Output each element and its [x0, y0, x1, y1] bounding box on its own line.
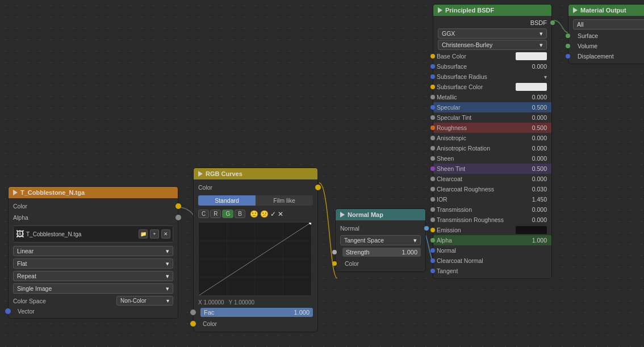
standard-mode-btn[interactable]: Standard: [198, 195, 256, 206]
material-output-target-value: All: [577, 21, 584, 28]
filmlike-mode-btn[interactable]: Film like: [256, 195, 313, 206]
interpolation-arrow: ▾: [166, 248, 169, 254]
image-texture-title: T_Cobblestone_N.tga: [20, 189, 85, 196]
projection-select[interactable]: Flat ▾: [13, 258, 173, 269]
transmission-socket[interactable]: [430, 207, 435, 212]
mode-selector: Standard Film like: [198, 195, 313, 206]
fac-row: Fac 1.000: [194, 307, 317, 318]
specular-tint-label: Specular Tint: [437, 114, 524, 121]
strength-input-socket[interactable]: [332, 250, 337, 254]
extension-arrow: ▾: [166, 273, 169, 279]
subsurface-socket[interactable]: [430, 64, 435, 69]
metallic-socket[interactable]: [430, 95, 435, 99]
surface-input-socket[interactable]: [566, 34, 570, 38]
subsurface-color-field[interactable]: [516, 83, 547, 91]
color-output-label: Color: [13, 203, 173, 210]
subsurface-radius-socket[interactable]: [430, 74, 435, 79]
browse-image-btn[interactable]: 📁: [139, 229, 148, 239]
roughness-row: Roughness 0.500: [433, 123, 551, 133]
vector-row: Vector: [9, 307, 178, 316]
channel-r-btn[interactable]: R: [210, 210, 221, 218]
subsurface-method-dropdown[interactable]: Christensen-Burley ▾: [438, 40, 547, 50]
bsdf-output-socket[interactable]: [550, 20, 555, 25]
interpolation-select[interactable]: Linear ▾: [13, 246, 173, 256]
fac-socket[interactable]: [190, 310, 196, 315]
material-output-collapse-icon[interactable]: [573, 7, 578, 13]
source-row: Single Image ▾: [9, 282, 178, 295]
clearcoat-normal-socket[interactable]: [430, 258, 435, 263]
extension-select[interactable]: Repeat ▾: [13, 271, 173, 281]
clearcoat-socket[interactable]: [430, 177, 435, 181]
volume-input-socket[interactable]: [566, 44, 570, 48]
material-output-target-dropdown[interactable]: All ▾: [573, 19, 644, 30]
principled-bsdf-collapse-icon[interactable]: [438, 7, 442, 13]
roughness-socket[interactable]: [430, 126, 435, 130]
anisotropic-socket[interactable]: [430, 136, 435, 140]
alpha-output-socket[interactable]: [175, 215, 181, 220]
base-color-row: Base Color: [433, 51, 551, 61]
color-space-select[interactable]: Non-Color ▾: [116, 296, 173, 306]
collapse-icon[interactable]: [13, 190, 18, 195]
normal-output-row: Normal: [336, 223, 425, 234]
extension-value: Repeat: [17, 273, 36, 279]
nm-color-input-socket[interactable]: [332, 261, 337, 266]
rgb-curves-header: RGB Curves: [194, 168, 317, 179]
sheen-tint-socket[interactable]: [430, 166, 435, 171]
strength-value: 1.000: [402, 249, 417, 256]
normal-bsdf-socket[interactable]: [430, 248, 435, 253]
alpha-bsdf-socket[interactable]: [430, 238, 435, 243]
surface-label: Surface: [573, 32, 598, 39]
tangent-label: Tangent: [437, 267, 547, 274]
anisotropic-rotation-socket[interactable]: [430, 146, 435, 150]
close-image-btn[interactable]: ✕: [161, 229, 170, 239]
nm-color-input-label: Color: [340, 260, 421, 267]
specular-tint-socket[interactable]: [430, 115, 435, 120]
clearcoat-normal-row: Clearcoat Normal: [433, 256, 551, 266]
normal-map-body: Normal Tangent Space ▾ Strength 1.000 Co…: [336, 220, 425, 271]
transmission-roughness-value: 0.000: [524, 216, 547, 223]
extension-row: Repeat ▾: [9, 270, 178, 282]
base-color-socket[interactable]: [430, 54, 435, 58]
vector-input-socket[interactable]: [5, 308, 11, 314]
image-selector[interactable]: 🖼 T_Cobblestone_N.tga 📁 + ✕: [13, 225, 173, 243]
color-output-socket[interactable]: [175, 203, 181, 209]
subsurface-color-socket[interactable]: [430, 85, 435, 89]
normal-output-socket[interactable]: [424, 226, 429, 231]
principled-bsdf-title: Principled BSDF: [445, 7, 494, 14]
surface-input-row: Surface: [568, 31, 644, 41]
image-texture-node: T_Cobblestone_N.tga Color Alpha 🖼 T_Cobb…: [8, 186, 178, 319]
clearcoat-roughness-socket[interactable]: [430, 187, 435, 191]
source-select[interactable]: Single Image ▾: [13, 283, 173, 294]
vector-label: Vector: [13, 308, 35, 315]
channel-c-btn[interactable]: C: [198, 210, 209, 218]
emission-field[interactable]: [516, 226, 547, 234]
distribution-dropdown[interactable]: GGX ▾: [438, 28, 547, 39]
ior-socket[interactable]: [430, 197, 435, 202]
sheen-socket[interactable]: [430, 156, 435, 161]
base-color-label: Base Color: [437, 53, 516, 60]
subsurface-method-value: Christensen-Burley: [442, 41, 492, 48]
normal-map-collapse-icon[interactable]: [340, 212, 345, 218]
channel-g-btn[interactable]: G: [222, 210, 233, 218]
new-image-btn[interactable]: +: [150, 229, 159, 239]
specular-socket[interactable]: [430, 105, 435, 110]
channel-b-btn[interactable]: B: [235, 210, 245, 218]
interpolation-value: Linear: [17, 248, 34, 254]
rgb-curves-collapse-icon[interactable]: [198, 171, 203, 177]
displacement-input-socket[interactable]: [566, 54, 570, 58]
tangent-socket[interactable]: [430, 269, 435, 273]
rgb-color-input-socket[interactable]: [190, 321, 196, 327]
emission-socket[interactable]: [430, 228, 435, 232]
sheen-tint-value: 0.500: [524, 165, 547, 172]
base-color-field[interactable]: [516, 52, 547, 60]
curves-close-icon[interactable]: ✕: [278, 210, 283, 218]
curves-canvas[interactable]: [198, 222, 312, 296]
image-texture-header: T_Cobblestone_N.tga: [9, 187, 178, 198]
anisotropic-rotation-label: Anisotropic Rotation: [437, 145, 524, 152]
rgb-curves-node: RGB Curves Color Standard Film like C R …: [193, 168, 318, 332]
rgb-curves-body: Color Standard Film like C R G B 🙂 😕 ✓ ✕: [194, 179, 317, 332]
rgb-color-output-socket[interactable]: [315, 185, 321, 190]
transmission-roughness-socket[interactable]: [430, 218, 435, 222]
space-select[interactable]: Tangent Space ▾: [340, 235, 421, 245]
sheen-tint-label: Sheen Tint: [437, 165, 524, 172]
